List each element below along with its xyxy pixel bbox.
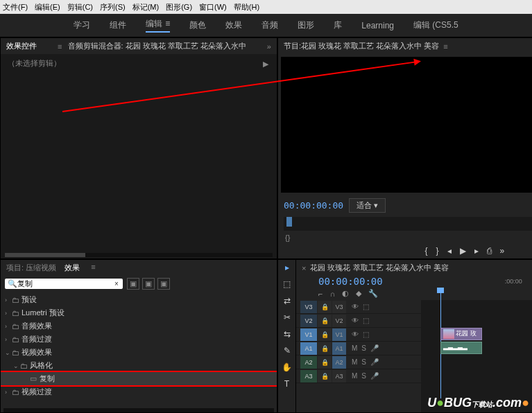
timeline-timecode[interactable]: 00:00:00:00 (318, 276, 383, 287)
workspace-library-tab[interactable]: 库 (334, 19, 342, 31)
filter-32bit-icon[interactable]: ▣ (142, 278, 155, 290)
track-v2-target[interactable]: V2 (300, 315, 317, 327)
step-back-button[interactable]: ◂ (447, 246, 452, 256)
linked-selection-toggle[interactable]: ∩ (329, 290, 335, 298)
filter-yuv-icon[interactable]: ▣ (157, 278, 170, 290)
selection-tool[interactable]: ▸ (285, 263, 289, 272)
scrollbar[interactable] (3, 408, 274, 412)
track-a2-target[interactable]: A2 (300, 356, 317, 369)
menu-clip[interactable]: 剪辑(C) (67, 2, 93, 12)
eye-icon[interactable]: 👁 (352, 331, 359, 338)
mute-button[interactable]: M (352, 358, 357, 366)
workspace-effects-tab[interactable]: 效果 (225, 19, 242, 31)
output-icon[interactable]: ⬚ (363, 317, 369, 324)
zoom-fit-dropdown[interactable]: 适合 ▾ (349, 198, 386, 213)
voiceover-icon[interactable]: 🎤 (370, 372, 379, 380)
slip-tool[interactable]: ⇆ (284, 329, 291, 339)
project-tab[interactable]: 项目: 压缩视频 (6, 263, 56, 273)
solo-button[interactable]: S (361, 344, 366, 352)
track-v1-lock[interactable]: 🔒 (318, 328, 332, 341)
effect-controls-tab[interactable]: 效果控件 (6, 41, 37, 51)
hamburger-icon[interactable]: ≡ (165, 19, 170, 28)
mute-button[interactable]: M (352, 372, 357, 380)
hand-tool[interactable]: ✋ (282, 362, 292, 372)
workspace-graphics-tab[interactable]: 图形 (298, 19, 314, 31)
track-a3-target[interactable]: A3 (300, 370, 317, 383)
track-v3-source[interactable]: V3 (332, 301, 346, 313)
mute-button[interactable]: M (352, 344, 357, 352)
workspace-learning-tab[interactable]: Learning (361, 21, 394, 30)
panel-menu-icon[interactable]: ≡ (443, 42, 447, 51)
tree-item-presets[interactable]: ›🗀预设 (1, 293, 277, 306)
menu-marker[interactable]: 标记(M) (132, 2, 160, 12)
tree-item-audio-fx[interactable]: ›🗀音频效果 (1, 319, 277, 333)
voiceover-icon[interactable]: 🎤 (370, 358, 379, 366)
overflow-icon[interactable]: » (267, 42, 271, 51)
solo-button[interactable]: S (361, 372, 366, 380)
workspace-edit-cs55-tab[interactable]: 编辑 (CS5.5 (413, 19, 458, 31)
wrench-icon[interactable]: 🔧 (368, 289, 378, 298)
output-icon[interactable]: ⬚ (363, 303, 369, 310)
timeline-ruler[interactable]: :00:00 00:00:15:00 00:00:30:0 (505, 278, 532, 285)
tree-item-video-fx[interactable]: ⌄🗀视频效果 (1, 346, 277, 359)
track-a1-lock[interactable]: 🔒 (318, 342, 332, 355)
mark-out-button[interactable]: } (436, 246, 439, 256)
filter-accelerated-icon[interactable]: ▣ (127, 278, 139, 290)
eye-icon[interactable]: 👁 (352, 317, 359, 324)
video-clip-v1[interactable]: 花园 玫瑰 (440, 328, 482, 340)
marker-icon[interactable]: ◐ (342, 289, 349, 298)
clear-search-button[interactable]: × (114, 280, 119, 288)
tree-item-video-trans[interactable]: ›🗀视频过渡 (1, 385, 277, 398)
overflow-button[interactable]: » (500, 246, 505, 256)
tree-item-stylize[interactable]: ⌄🗀风格化 (1, 359, 277, 372)
mark-in-button[interactable]: { (425, 246, 428, 256)
track-select-tool[interactable]: ⬚ (283, 279, 291, 289)
settings-icon[interactable]: ◆ (356, 289, 361, 298)
menu-help[interactable]: 帮助(H) (234, 2, 259, 12)
out-bracket-icon[interactable]: } (288, 234, 291, 242)
play-icon[interactable]: ▶ (263, 60, 268, 69)
track-v1-source[interactable]: V1 (332, 328, 346, 341)
menu-window[interactable]: 窗口(W) (199, 2, 227, 12)
ripple-edit-tool[interactable]: ⇄ (284, 296, 291, 306)
solo-button[interactable]: S (361, 358, 366, 366)
snap-toggle[interactable]: ⌐ (318, 290, 323, 298)
scrollbar[interactable] (5, 253, 273, 257)
workspace-color-tab[interactable]: 颜色 (189, 19, 206, 31)
effects-search-box[interactable]: 🔍 × (5, 279, 123, 289)
effects-search-input[interactable] (17, 280, 114, 288)
eye-icon[interactable]: 👁 (352, 303, 359, 310)
menu-file[interactable]: 文件(F) (3, 2, 28, 12)
program-viewport[interactable] (281, 57, 532, 193)
menu-graphics[interactable]: 图形(G) (166, 2, 192, 12)
tree-item-lumetri[interactable]: ›🗀Lumetri 预设 (1, 306, 277, 319)
track-a2-source[interactable]: A2 (332, 356, 346, 369)
workspace-learn-tab[interactable]: 学习 (74, 19, 90, 31)
panel-menu-icon[interactable]: ≡ (91, 263, 95, 273)
track-v3-target[interactable]: V3 (300, 301, 317, 313)
pen-tool[interactable]: ✎ (284, 346, 291, 355)
output-icon[interactable]: ⬚ (363, 331, 369, 338)
step-forward-button[interactable]: ▸ (474, 246, 479, 256)
menu-edit[interactable]: 编辑(E) (35, 2, 60, 12)
track-v3-lock[interactable]: 🔒 (318, 301, 332, 313)
play-button[interactable]: ▶ (460, 246, 466, 256)
export-frame-button[interactable]: ⎙ (487, 246, 492, 256)
type-tool[interactable]: T (284, 379, 289, 389)
program-timecode[interactable]: 00:00:00:00 (284, 200, 343, 211)
tree-item-audio-trans[interactable]: ›🗀音频过渡 (1, 333, 277, 346)
in-point-marker[interactable] (286, 217, 292, 227)
audio-clip-a1[interactable]: ▂▃▂▃▂ (440, 342, 482, 354)
panel-menu-icon[interactable]: ≡ (58, 42, 62, 51)
voiceover-icon[interactable]: 🎤 (370, 344, 379, 352)
razor-tool[interactable]: ✂ (284, 313, 291, 322)
timeline-sequence-name[interactable]: 花园 玫瑰花 萃取工艺 花朵落入水中 美容 (310, 263, 448, 273)
menu-sequence[interactable]: 序列(S) (100, 2, 126, 12)
track-a2-lock[interactable]: 🔒 (318, 356, 332, 369)
tree-item-replicate-effect[interactable]: ▭复制 (1, 372, 277, 385)
track-v1-target[interactable]: V1 (300, 328, 317, 341)
workspace-edit-tab[interactable]: 编辑≡ (146, 18, 170, 33)
track-a1-target[interactable]: A1 (300, 342, 317, 355)
program-ruler[interactable] (284, 217, 532, 231)
track-v2-source[interactable]: V2 (332, 315, 346, 327)
